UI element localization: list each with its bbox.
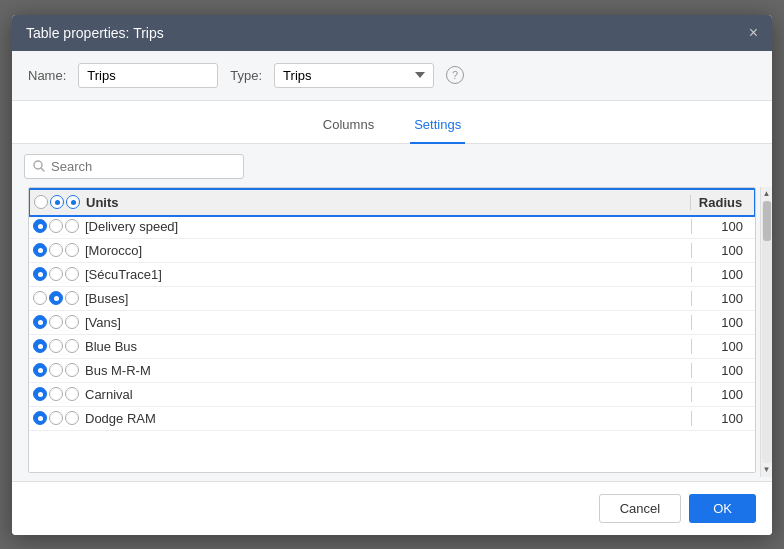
radio-empty[interactable]	[65, 363, 79, 377]
row-name: [Delivery speed]	[79, 219, 691, 234]
close-button[interactable]: ×	[749, 25, 758, 41]
radio-filled[interactable]	[33, 363, 47, 377]
dialog: Table properties: Trips × Name: Type: Tr…	[12, 15, 772, 535]
row-name: Carnival	[79, 387, 691, 402]
row-name: [Morocco]	[79, 243, 691, 258]
radio-empty[interactable]	[49, 219, 63, 233]
tabs: Columns Settings	[12, 101, 772, 144]
row-radio-group	[33, 387, 79, 401]
row-radio-group	[33, 315, 79, 329]
radio-filled[interactable]	[33, 387, 47, 401]
tab-settings[interactable]: Settings	[410, 111, 465, 144]
name-input[interactable]	[78, 63, 218, 88]
scroll-down-arrow[interactable]: ▼	[761, 463, 773, 477]
column-name-header: Units	[80, 195, 690, 210]
type-label: Type:	[230, 68, 262, 83]
dialog-title: Table properties: Trips	[26, 25, 164, 41]
table-row: [SécuTrace1]100	[29, 263, 755, 287]
row-radio-group	[33, 291, 79, 305]
rows-container: [Delivery speed]100[Morocco]100[SécuTrac…	[29, 215, 755, 431]
search-input[interactable]	[51, 159, 235, 174]
radio-empty[interactable]	[65, 291, 79, 305]
row-radio-group	[33, 363, 79, 377]
svg-line-1	[41, 168, 44, 171]
content-area: Units Radius [Delivery speed]100[Morocco…	[12, 144, 772, 481]
table-row: [Delivery speed]100	[29, 215, 755, 239]
search-icon	[33, 160, 45, 172]
radio-empty[interactable]	[49, 267, 63, 281]
radio-empty[interactable]	[65, 315, 79, 329]
row-name: Blue Bus	[79, 339, 691, 354]
row-radius: 100	[691, 243, 751, 258]
table-row: [Buses]100	[29, 287, 755, 311]
table-row: Carnival100	[29, 383, 755, 407]
radio-filled[interactable]	[33, 339, 47, 353]
row-radius: 100	[691, 267, 751, 282]
header-radio-2[interactable]	[50, 195, 64, 209]
row-radius: 100	[691, 291, 751, 306]
radio-filled[interactable]	[49, 291, 63, 305]
title-bar: Table properties: Trips ×	[12, 15, 772, 51]
table-row: Bus M-R-M100	[29, 359, 755, 383]
radio-filled[interactable]	[33, 411, 47, 425]
column-radius-header: Radius	[690, 195, 750, 210]
radio-filled[interactable]	[33, 315, 47, 329]
row-radio-group	[33, 411, 79, 425]
type-select[interactable]: Trips Vehicles Drivers	[274, 63, 434, 88]
row-radius: 100	[691, 387, 751, 402]
scroll-up-arrow[interactable]: ▲	[761, 187, 773, 201]
table-row: [Morocco]100	[29, 239, 755, 263]
header-radio-1[interactable]	[34, 195, 48, 209]
radio-empty[interactable]	[65, 387, 79, 401]
radio-empty[interactable]	[65, 267, 79, 281]
left-panel: Units Radius [Delivery speed]100[Morocco…	[12, 144, 772, 481]
radio-empty[interactable]	[49, 411, 63, 425]
radio-empty[interactable]	[49, 387, 63, 401]
ok-button[interactable]: OK	[689, 494, 756, 523]
radio-empty[interactable]	[65, 219, 79, 233]
row-name: [SécuTrace1]	[79, 267, 691, 282]
radio-empty[interactable]	[49, 315, 63, 329]
name-label: Name:	[28, 68, 66, 83]
search-box	[24, 154, 244, 179]
radio-empty[interactable]	[65, 339, 79, 353]
name-row: Name: Type: Trips Vehicles Drivers ?	[12, 51, 772, 101]
radio-empty[interactable]	[49, 363, 63, 377]
radio-empty[interactable]	[33, 291, 47, 305]
row-radio-group	[33, 267, 79, 281]
row-radius: 100	[691, 315, 751, 330]
header-radio-group	[34, 195, 80, 209]
scrollbar[interactable]: ▲ ▼	[760, 187, 772, 477]
row-name: Dodge RAM	[79, 411, 691, 426]
row-radio-group	[33, 219, 79, 233]
row-name: Bus M-R-M	[79, 363, 691, 378]
radio-empty[interactable]	[49, 243, 63, 257]
scroll-track	[762, 201, 772, 463]
table-row: Dodge RAM100	[29, 407, 755, 431]
radio-empty[interactable]	[65, 411, 79, 425]
tab-columns[interactable]: Columns	[319, 111, 378, 144]
help-icon[interactable]: ?	[446, 66, 464, 84]
radio-filled[interactable]	[33, 219, 47, 233]
table-area: Units Radius [Delivery speed]100[Morocco…	[12, 187, 772, 481]
radio-empty[interactable]	[49, 339, 63, 353]
row-radius: 100	[691, 219, 751, 234]
radio-filled[interactable]	[33, 243, 47, 257]
table-row: Blue Bus100	[29, 335, 755, 359]
table-row: [Vans]100	[29, 311, 755, 335]
cancel-button[interactable]: Cancel	[599, 494, 681, 523]
row-radius: 100	[691, 363, 751, 378]
row-radio-group	[33, 243, 79, 257]
table-header: Units Radius	[28, 188, 756, 217]
header-radio-3[interactable]	[66, 195, 80, 209]
search-area	[12, 144, 772, 187]
radio-filled[interactable]	[33, 267, 47, 281]
row-name: [Vans]	[79, 315, 691, 330]
row-radius: 100	[691, 339, 751, 354]
row-radio-group	[33, 339, 79, 353]
row-name: [Buses]	[79, 291, 691, 306]
radio-empty[interactable]	[65, 243, 79, 257]
data-table: Units Radius [Delivery speed]100[Morocco…	[28, 187, 756, 473]
scroll-thumb[interactable]	[763, 201, 771, 241]
footer: Cancel OK	[12, 481, 772, 535]
